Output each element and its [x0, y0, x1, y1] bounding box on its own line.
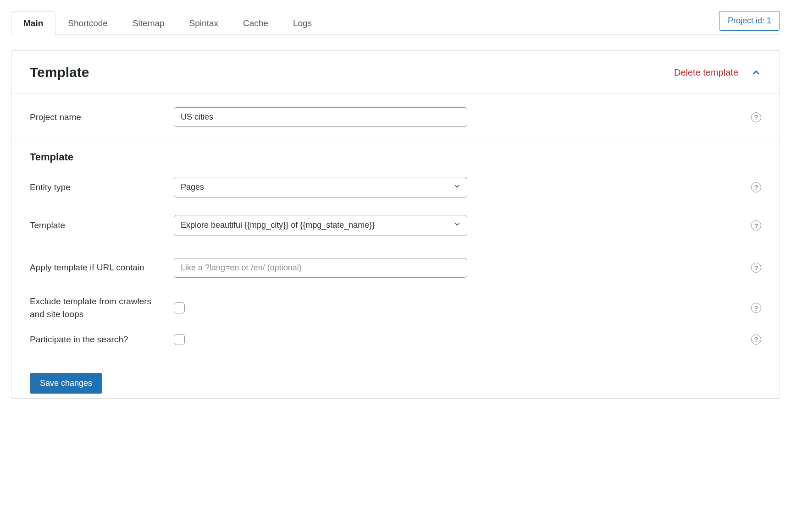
project-name-input[interactable]: [174, 107, 467, 127]
chevron-up-icon: [751, 67, 761, 77]
project-name-label: Project name: [30, 112, 163, 122]
entity-type-value: Pages: [174, 177, 467, 197]
template-select[interactable]: Explore beautiful {{mpg_city}} of {{mpg_…: [174, 215, 467, 236]
save-button[interactable]: Save changes: [30, 373, 102, 394]
help-icon[interactable]: ?: [751, 220, 761, 230]
panel-header: Template Delete template: [11, 51, 780, 93]
exclude-checkbox[interactable]: [174, 302, 185, 313]
collapse-toggle[interactable]: [751, 67, 761, 77]
help-icon[interactable]: ?: [751, 112, 761, 122]
delete-template-link[interactable]: Delete template: [674, 67, 738, 78]
help-icon[interactable]: ?: [751, 303, 761, 313]
tab-main[interactable]: Main: [11, 11, 55, 35]
template-label: Template: [30, 220, 163, 230]
row-template: Template Explore beautiful {{mpg_city}} …: [11, 204, 780, 247]
entity-type-select[interactable]: Pages: [174, 177, 467, 197]
entity-type-label: Entity type: [30, 182, 163, 192]
template-value: Explore beautiful {{mpg_city}} of {{mpg_…: [174, 215, 467, 236]
tab-logs[interactable]: Logs: [281, 11, 324, 35]
tab-bar: Main Shortcode Sitemap Spintax Cache Log…: [11, 11, 780, 35]
row-participate: Participate in the search? ?: [11, 328, 780, 359]
panel-actions: Save changes: [11, 359, 780, 398]
tab-cache[interactable]: Cache: [231, 11, 281, 35]
row-project-name: Project name ?: [11, 93, 780, 141]
row-exclude: Exclude template from crawlers and site …: [11, 284, 780, 328]
help-icon[interactable]: ?: [751, 263, 761, 273]
help-icon[interactable]: ?: [751, 182, 761, 192]
tab-spintax[interactable]: Spintax: [177, 11, 231, 35]
exclude-label: Exclude template from crawlers and site …: [30, 295, 163, 321]
url-contain-label: Apply template if URL contain: [30, 263, 163, 273]
help-icon[interactable]: ?: [751, 335, 761, 345]
tab-sitemap[interactable]: Sitemap: [120, 11, 177, 35]
participate-checkbox[interactable]: [174, 334, 185, 345]
template-section-heading: Template: [11, 141, 780, 166]
participate-label: Participate in the search?: [30, 335, 163, 345]
project-id-badge[interactable]: Project id: 1: [719, 11, 780, 31]
template-panel: Template Delete template Project name ? …: [11, 50, 780, 399]
row-entity-type: Entity type Pages ?: [11, 166, 780, 204]
panel-title: Template: [30, 65, 674, 80]
url-contain-input[interactable]: [174, 258, 467, 278]
tab-shortcode[interactable]: Shortcode: [55, 11, 120, 35]
row-url-contain: Apply template if URL contain ?: [11, 247, 780, 284]
